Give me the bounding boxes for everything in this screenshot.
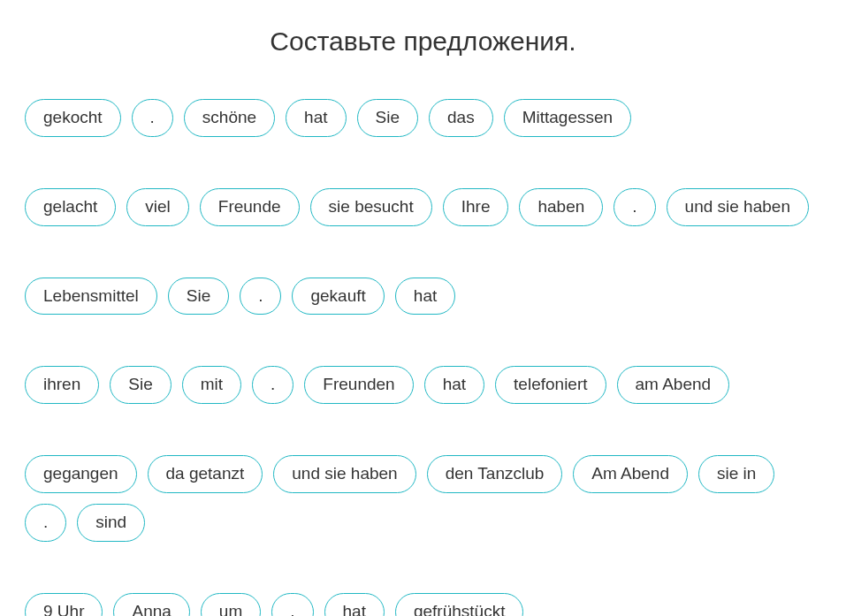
word-chip[interactable]: hat [395, 278, 455, 316]
word-chip[interactable]: . [25, 504, 66, 542]
word-chip[interactable]: Lebensmittel [25, 278, 157, 316]
word-chip[interactable]: sie besucht [310, 188, 432, 226]
word-chip[interactable]: hat [286, 99, 346, 137]
sentence-row: 9 Uhr Anna um . hat gefrühstückt [25, 593, 821, 616]
word-chip[interactable]: . [252, 366, 293, 404]
word-chip[interactable]: hat [424, 366, 484, 404]
word-chip[interactable]: gefrühstückt [395, 593, 524, 616]
word-chip[interactable]: Sie [357, 99, 418, 137]
word-chip[interactable]: da getanzt [148, 455, 263, 493]
word-chip[interactable]: Anna [113, 593, 189, 616]
sentence-row: gegangen da getanzt und sie haben den Ta… [25, 455, 821, 542]
word-chip[interactable]: haben [519, 188, 603, 226]
word-chip[interactable]: um [201, 593, 261, 616]
word-chip[interactable]: ihren [25, 366, 99, 404]
word-chip[interactable]: gegangen [25, 455, 137, 493]
sentence-row: Lebensmittel Sie . gekauft hat [25, 278, 821, 316]
word-chip[interactable]: Sie [110, 366, 171, 404]
word-chip[interactable]: das [429, 99, 493, 137]
word-chip[interactable]: viel [126, 188, 189, 226]
word-chip[interactable]: Freunden [304, 366, 413, 404]
word-chip[interactable]: sind [77, 504, 145, 542]
word-chip[interactable]: Ihre [443, 188, 509, 226]
word-chip[interactable]: . [240, 278, 281, 316]
sentence-row: ihren Sie mit . Freunden hat telefoniert… [25, 366, 821, 404]
word-chip[interactable]: Mittagessen [504, 99, 631, 137]
word-chip[interactable]: sie in [698, 455, 774, 493]
word-chip[interactable]: gekauft [292, 278, 384, 316]
word-chip[interactable]: . [271, 593, 313, 616]
word-chip[interactable]: und sie haben [273, 455, 415, 493]
word-chip[interactable]: . [614, 188, 655, 226]
word-chip[interactable]: gelacht [25, 188, 116, 226]
word-chip[interactable]: und sie haben [667, 188, 809, 226]
word-chip[interactable]: mit [182, 366, 241, 404]
sentence-row: gelacht viel Freunde sie besucht Ihre ha… [25, 188, 821, 226]
exercise-title: Составьте предложения. [25, 27, 821, 57]
word-chip[interactable]: telefoniert [495, 366, 606, 404]
word-chip[interactable]: gekocht [25, 99, 121, 137]
word-chip[interactable]: Freunde [200, 188, 300, 226]
word-chip[interactable]: den Tanzclub [427, 455, 563, 493]
word-chip[interactable]: Am Abend [573, 455, 688, 493]
word-chip[interactable]: Sie [168, 278, 229, 316]
word-chip[interactable]: hat [324, 593, 385, 616]
sentence-row: gekocht . schöne hat Sie das Mittagessen [25, 99, 821, 137]
word-chip[interactable]: . [132, 99, 173, 137]
word-chip[interactable]: am Abend [617, 366, 730, 404]
word-chip[interactable]: 9 Uhr [25, 593, 103, 616]
word-chip[interactable]: schöne [184, 99, 275, 137]
